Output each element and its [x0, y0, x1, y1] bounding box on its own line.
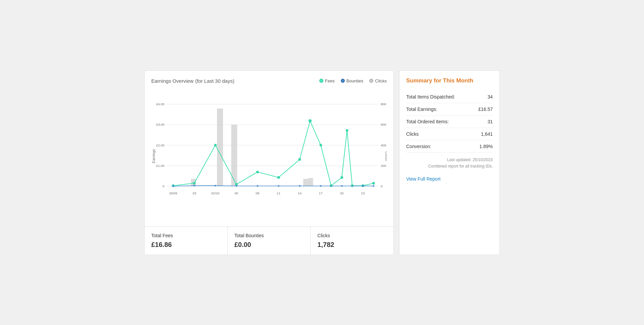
svg-text:800: 800 [381, 102, 386, 106]
summary-row-earnings: Total Earnings: £16.57 [406, 103, 493, 116]
chart-svg: 0 £1.00 £2.00 £3.00 £4.00 Earnings 0 200… [151, 89, 387, 223]
footer-stats: Total Fees £16.86 Total Bounties £0.00 C… [145, 226, 393, 255]
total-fees-value: £16.86 [151, 241, 221, 249]
earnings-label: Total Earnings: [406, 107, 437, 112]
svg-point-54 [320, 185, 322, 187]
svg-text:£1.00: £1.00 [156, 164, 165, 167]
svg-text:08: 08 [256, 191, 259, 195]
svg-text:£3.00: £3.00 [156, 123, 165, 126]
svg-text:200: 200 [381, 164, 386, 167]
svg-text:600: 600 [381, 123, 386, 126]
clicks-icon [369, 79, 373, 83]
main-card: Earnings Overview (for Last 30 days) Fee… [144, 70, 394, 255]
svg-text:02/10: 02/10 [211, 191, 220, 195]
bounties-label: Bounties [346, 78, 364, 83]
total-fees-label: Total Fees [151, 233, 221, 238]
summary-row-ordered: Total Ordered Items: 31 [406, 116, 493, 128]
summary-row-clicks: Clicks 1,641 [406, 128, 493, 140]
svg-text:20: 20 [340, 191, 344, 195]
legend-bounties: Bounties [341, 78, 364, 83]
svg-point-48 [194, 185, 195, 186]
view-full-report-link[interactable]: View Full Report [406, 176, 493, 182]
summary-row-dispatched: Total Items Dispatched: 34 [406, 91, 493, 103]
svg-text:05: 05 [234, 191, 238, 195]
svg-point-38 [299, 158, 301, 160]
chart-subtitle: (for Last 30 days) [195, 78, 234, 84]
footer-clicks-label: Clicks [317, 233, 387, 238]
chart-section: Earnings Overview (for Last 30 days) Fee… [145, 71, 393, 226]
summary-title: Summary for This Month [406, 77, 493, 84]
footer-clicks-stat: Clicks 1,782 [311, 227, 393, 255]
total-fees-stat: Total Fees £16.86 [145, 227, 228, 255]
svg-text:26/09: 26/09 [169, 191, 177, 195]
svg-point-43 [346, 129, 348, 132]
summary-footer: Last updated: 25/10/2023 Combined report… [406, 157, 493, 170]
svg-text:Earnings: Earnings [152, 149, 156, 163]
svg-point-51 [257, 185, 258, 187]
fees-icon [319, 79, 323, 83]
svg-text:0: 0 [381, 184, 383, 188]
legend-clicks: Clicks [369, 78, 387, 83]
svg-point-56 [362, 185, 364, 187]
svg-point-33 [193, 182, 196, 184]
svg-point-39 [309, 119, 311, 122]
svg-text:0: 0 [163, 184, 165, 188]
svg-text:£4.00: £4.00 [156, 102, 165, 106]
summary-row-conversion: Conversion: 1.89% [406, 140, 493, 153]
last-updated: Last updated: 25/10/2023 [406, 157, 493, 163]
footer-clicks-value: 1,782 [317, 241, 387, 249]
dispatched-value: 34 [487, 94, 493, 100]
svg-point-57 [373, 185, 374, 187]
svg-point-55 [341, 185, 343, 187]
svg-point-47 [172, 185, 174, 187]
svg-rect-30 [303, 179, 308, 186]
legend-fees: Fees [319, 78, 335, 83]
chart-legend: Fees Bounties Clicks [319, 78, 387, 83]
svg-text:29: 29 [193, 191, 196, 195]
chart-container: 0 £1.00 £2.00 £3.00 £4.00 Earnings 0 200… [151, 89, 387, 223]
ordered-value: 31 [487, 119, 493, 124]
bounties-icon [341, 79, 345, 83]
ordered-label: Total Ordered Items: [406, 119, 449, 124]
svg-text:17: 17 [319, 191, 323, 195]
svg-point-34 [214, 144, 217, 146]
conversion-label: Conversion: [406, 144, 431, 149]
combined-report: Combined report for all tracking IDs. [406, 163, 493, 170]
clicks-label: Clicks [375, 78, 387, 83]
svg-point-46 [373, 182, 375, 184]
svg-point-36 [256, 171, 259, 173]
summary-card: Summary for This Month Total Items Dispa… [399, 70, 500, 255]
svg-point-53 [299, 185, 301, 187]
svg-point-35 [235, 183, 238, 185]
chart-header: Earnings Overview (for Last 30 days) Fee… [151, 77, 387, 84]
svg-point-52 [278, 185, 279, 187]
total-bounties-stat: Total Bounties £0.00 [228, 227, 311, 255]
outer-wrapper: Earnings Overview (for Last 30 days) Fee… [144, 70, 500, 255]
svg-rect-31 [308, 178, 313, 186]
chart-title-main: Earnings Overview [151, 78, 194, 84]
summary-clicks-label: Clicks [406, 131, 419, 137]
svg-text:14: 14 [298, 191, 302, 195]
svg-rect-27 [217, 108, 223, 186]
earnings-value: £16.57 [478, 107, 493, 112]
svg-point-42 [341, 176, 343, 179]
total-bounties-value: £0.00 [234, 241, 304, 249]
summary-clicks-value: 1,641 [481, 131, 493, 137]
dispatched-label: Total Items Dispatched: [406, 94, 455, 100]
svg-point-49 [215, 185, 216, 186]
fees-label: Fees [325, 78, 335, 83]
svg-point-40 [320, 144, 322, 146]
svg-text:23: 23 [361, 191, 365, 195]
svg-text:400: 400 [381, 143, 386, 147]
chart-title: Earnings Overview (for Last 30 days) [151, 77, 234, 84]
svg-text:Clicks: Clicks [385, 151, 387, 160]
svg-text:£2.00: £2.00 [156, 143, 165, 147]
svg-text:11: 11 [277, 191, 280, 195]
total-bounties-label: Total Bounties [234, 233, 304, 238]
conversion-value: 1.89% [479, 144, 493, 149]
svg-point-50 [235, 185, 237, 187]
svg-point-37 [277, 176, 280, 179]
